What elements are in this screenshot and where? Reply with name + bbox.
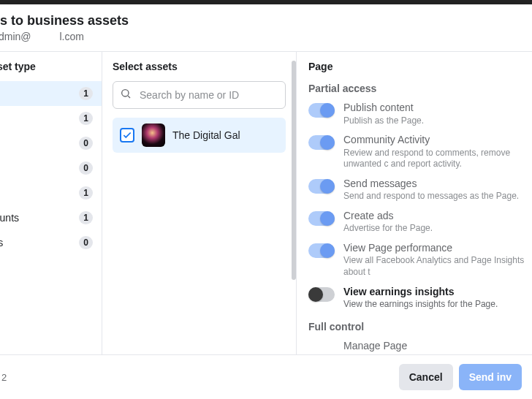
permission-desc: View the earnings insights for the Page.	[343, 299, 529, 311]
permission-title: Publish content	[343, 102, 529, 115]
invite-modal: cess to business assets or: admin@ l.com…	[0, 4, 532, 399]
permission-title: Community Activity	[343, 134, 529, 147]
permission-desc: Control the Page and connected Instagram…	[343, 353, 529, 354]
asset-type-count: 0	[79, 236, 93, 249]
svg-point-0	[122, 90, 129, 96]
asset-name: The Digital Gal	[172, 129, 240, 141]
svg-line-1	[128, 96, 130, 98]
send-invite-button[interactable]: Send inv	[459, 364, 522, 390]
permission-title: View Page performance	[343, 242, 529, 255]
asset-type-item[interactable]: 1	[0, 81, 102, 106]
permission-item: Manage Page Control the Page and connect…	[308, 340, 532, 354]
search-input[interactable]	[113, 81, 286, 109]
permission-desc: View all Facebook Analytics and Page Ins…	[343, 255, 529, 278]
permission-desc: Send and respond to messages as the Page…	[343, 191, 529, 202]
asset-type-count: 0	[79, 162, 93, 175]
permissions-title: Page	[308, 61, 532, 72]
asset-type-label: ounts	[0, 237, 3, 248]
cancel-button[interactable]: Cancel	[399, 364, 453, 390]
permission-toggle[interactable]	[308, 135, 335, 150]
modal-title: cess to business assets	[0, 13, 520, 28]
modal-footer: 2 Cancel Send inv	[0, 354, 532, 399]
permission-title: Manage Page	[343, 340, 529, 353]
select-assets-column: Select assets The Digital Gal	[102, 52, 297, 354]
asset-type-count: 1	[79, 211, 93, 224]
permission-toggle[interactable]	[308, 287, 335, 302]
permission-item: Send messagesSend and respond to message…	[308, 178, 532, 202]
partial-access-label: Partial access	[308, 83, 532, 94]
asset-type-item[interactable]: ounts0	[0, 230, 102, 255]
select-assets-title: Select assets	[113, 61, 286, 72]
permission-item: View earnings insightsView the earnings …	[308, 286, 532, 311]
permission-desc: Advertise for the Page.	[343, 223, 529, 235]
asset-type-count: 1	[79, 87, 93, 100]
asset-avatar	[142, 123, 165, 147]
asset-type-count: 1	[79, 186, 93, 200]
step-indicator: 2	[1, 372, 7, 383]
permission-toggle[interactable]	[308, 211, 335, 226]
permission-item: Publish contentPublish as the Page.	[308, 102, 532, 126]
asset-type-title: set type	[0, 61, 102, 81]
permission-desc: Review and respond to comments, remove u…	[343, 148, 529, 170]
asset-type-item[interactable]: 0	[0, 131, 102, 156]
modal-header: cess to business assets or: admin@ l.com	[0, 4, 532, 52]
asset-type-count: 0	[79, 137, 93, 150]
permission-toggle[interactable]	[308, 243, 335, 258]
asset-type-count: 1	[79, 112, 93, 125]
asset-checkbox[interactable]	[120, 128, 134, 142]
permission-title: Send messages	[343, 178, 529, 191]
full-control-label: Full control	[308, 321, 532, 332]
asset-row[interactable]: The Digital Gal	[113, 118, 286, 153]
asset-type-column: set type 1nts1001accounts1ounts0	[0, 52, 102, 354]
modal-subtitle: or: admin@ l.com	[0, 31, 520, 42]
permission-item: Community ActivityReview and respond to …	[308, 134, 532, 170]
asset-type-item[interactable]: 0	[0, 156, 102, 180]
asset-type-label: accounts	[0, 212, 19, 224]
permission-title: Create ads	[343, 210, 529, 223]
permission-toggle[interactable]	[308, 103, 335, 118]
permission-item: Create adsAdvertise for the Page.	[308, 210, 532, 235]
asset-type-item[interactable]: nts1	[0, 106, 102, 131]
asset-type-item[interactable]: accounts1	[0, 205, 102, 230]
permission-title: View earnings insights	[343, 286, 529, 299]
permissions-column: Page Partial access Publish contentPubli…	[297, 52, 532, 354]
permission-desc: Publish as the Page.	[343, 115, 529, 127]
permission-item: View Page performanceView all Facebook A…	[308, 242, 532, 278]
asset-type-item[interactable]: 1	[0, 180, 102, 205]
scrollbar[interactable]	[292, 61, 296, 280]
permission-toggle[interactable]	[308, 179, 335, 194]
search-icon	[120, 88, 132, 102]
